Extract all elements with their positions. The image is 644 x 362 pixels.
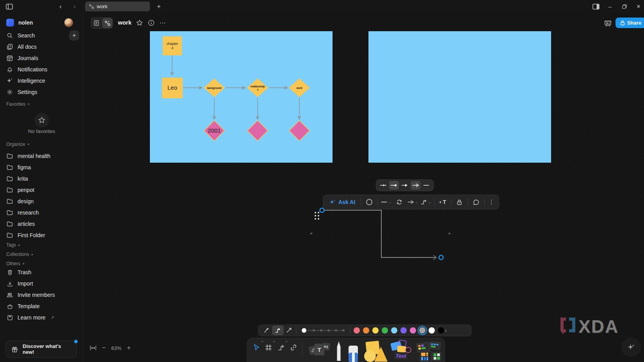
sidebar-item-learn-more[interactable]: Learn more ↗ (3, 312, 80, 323)
color-swatch-blue[interactable] (391, 327, 397, 334)
sidebar-item-intelligence[interactable]: Intelligence (3, 75, 80, 86)
palette-more-chevron[interactable]: › (445, 328, 447, 333)
nav-forward-button[interactable]: › (71, 0, 78, 13)
endpoint-arrow-dot-small-button[interactable] (378, 181, 388, 190)
curve-connector-button[interactable] (262, 326, 272, 335)
folder-item[interactable]: design (3, 196, 80, 207)
folder-item[interactable]: figma (3, 162, 80, 173)
color-swatch-black[interactable] (438, 327, 444, 334)
stroke-width-stop[interactable] (313, 329, 315, 332)
window-close-button[interactable]: ✕ (634, 0, 643, 13)
node-pink-2[interactable] (247, 121, 268, 141)
account-avatar[interactable] (64, 18, 73, 27)
straight-connector-button[interactable] (283, 326, 294, 335)
right-sidebar-toggle-icon[interactable] (591, 0, 601, 13)
more-menu-icon[interactable]: ⋯ (158, 18, 168, 28)
new-doc-button[interactable]: + (69, 30, 79, 41)
color-swatch-purple[interactable] (400, 327, 407, 334)
connector-tool[interactable]: ^ (276, 342, 286, 353)
stroke-width-stop[interactable] (335, 329, 337, 332)
stroke-width-stop[interactable] (320, 329, 322, 332)
folder-item[interactable]: research (3, 207, 80, 218)
endpoint-arrow-button[interactable] (400, 181, 410, 190)
zoom-out-button[interactable]: − (102, 344, 106, 352)
favorite-star-icon[interactable] (134, 18, 144, 28)
lock-button[interactable] (453, 197, 466, 208)
color-swatch-orange[interactable] (363, 327, 369, 334)
presentation-icon[interactable] (602, 18, 613, 28)
endpoint-none-button[interactable] (421, 181, 431, 190)
endpoint-dot-button[interactable] (389, 181, 399, 190)
color-swatch-grey-selected[interactable] (419, 327, 425, 334)
node-pink-3[interactable] (289, 121, 310, 141)
color-swatch-yellow[interactable] (372, 327, 379, 334)
frame-tool[interactable]: ^ (263, 342, 274, 353)
ai-assistant-button[interactable] (621, 337, 641, 357)
page-mode-button[interactable] (91, 18, 101, 28)
sidebar-item-journals[interactable]: Journals (3, 53, 80, 64)
frame-2[interactable] (368, 31, 551, 163)
stroke-width-thumb[interactable] (302, 328, 306, 333)
folder-item[interactable]: krita (3, 173, 80, 184)
left-sidebar-toggle-icon[interactable] (5, 0, 14, 13)
share-button[interactable]: Share (616, 18, 644, 28)
zoom-in-button[interactable]: + (127, 344, 131, 352)
stroke-style-button[interactable]: ⌄ (379, 197, 393, 208)
ask-ai-button[interactable]: Ask AI (326, 197, 359, 208)
link-tool[interactable] (288, 342, 299, 353)
sidebar-item-settings[interactable]: Settings (3, 87, 80, 98)
sidebar-item-template[interactable]: Template (3, 301, 80, 312)
folder-item[interactable]: mental health (3, 151, 80, 161)
stroke-width-stop[interactable] (327, 329, 330, 332)
section-tags[interactable]: Tags ▸ (6, 242, 20, 248)
connector-shape-button[interactable]: ⌄ (419, 197, 432, 208)
sidebar-item-all-docs[interactable]: All docs (3, 41, 80, 52)
template-tool[interactable] (416, 341, 442, 362)
connector-end-handle[interactable] (439, 256, 443, 260)
sticker-tool[interactable]: Text (390, 340, 413, 362)
sidebar-item-search[interactable]: Search (3, 30, 80, 41)
endpoint-open-arrow-button[interactable] (411, 181, 421, 190)
folder-item[interactable]: penpot (3, 185, 80, 195)
section-organize[interactable]: Organize ▾ (6, 141, 29, 147)
fit-to-screen-icon[interactable] (90, 345, 96, 351)
section-collections[interactable]: Collections ▸ (6, 251, 33, 257)
more-options-button[interactable]: ⋮ (486, 197, 496, 208)
color-swatch-red[interactable] (354, 327, 360, 334)
stroke-width-slider[interactable] (302, 328, 345, 333)
sidebar-item-import[interactable]: Import (3, 278, 80, 289)
tab-work[interactable]: work (85, 2, 150, 11)
zoom-level[interactable]: 63% (111, 345, 121, 351)
sidebar-item-trash[interactable]: Trash (3, 267, 80, 278)
folder-item[interactable]: First Folder (3, 230, 80, 241)
sidebar-item-notifications[interactable]: Notifications (3, 64, 80, 75)
connector-start-handle[interactable] (320, 208, 324, 213)
new-tab-button[interactable]: + (155, 0, 163, 13)
window-restore-button[interactable] (620, 0, 629, 13)
folder-item[interactable]: articles (3, 218, 80, 229)
nav-back-button[interactable]: ‹ (57, 0, 64, 13)
arrow-endpoint-button[interactable]: ⌄ (406, 197, 419, 208)
flip-direction-button[interactable] (393, 197, 406, 208)
add-text-button[interactable]: +T (436, 197, 449, 208)
connector-style-circle-button[interactable] (363, 197, 376, 208)
stroke-width-stop[interactable] (342, 329, 345, 332)
edgeless-mode-button[interactable] (102, 18, 112, 28)
node-relationships[interactable] (247, 78, 268, 97)
frame-1[interactable]: chapter 4 Leo background relationship s … (150, 31, 333, 163)
sidebar-item-invite-members[interactable]: Invite members (3, 289, 80, 300)
comment-button[interactable] (470, 197, 483, 208)
drag-handle-icon[interactable] (315, 212, 319, 220)
pen-tool[interactable] (334, 340, 343, 362)
shape-tool[interactable] (363, 340, 388, 362)
connector-path[interactable] (324, 210, 436, 257)
elbow-connector-button[interactable] (272, 326, 283, 335)
info-icon[interactable] (146, 18, 156, 28)
whats-new-card[interactable]: Discover what's new! (5, 341, 77, 358)
edgeless-canvas[interactable]: work ⋯ Share (84, 13, 644, 362)
eraser-tool[interactable] (347, 344, 360, 362)
color-swatch-green[interactable] (382, 327, 388, 334)
workspace-switcher[interactable]: nolen (3, 17, 80, 28)
color-swatch-magenta[interactable] (410, 327, 416, 334)
window-minimize-button[interactable]: – (605, 0, 615, 13)
